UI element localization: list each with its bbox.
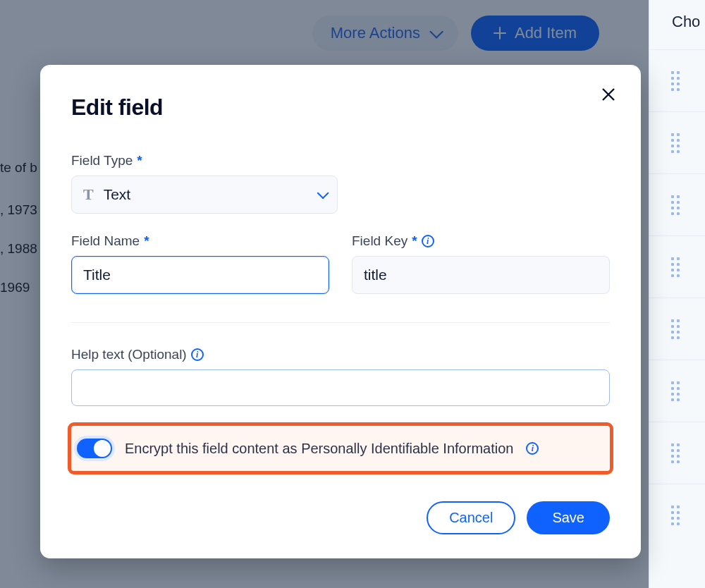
field-type-label-row: Field Type * — [71, 153, 610, 169]
help-text-input[interactable] — [71, 369, 610, 406]
field-name-input[interactable] — [71, 256, 329, 294]
field-key-label-row: Field Key * i — [352, 233, 610, 249]
text-type-icon: T — [83, 185, 94, 204]
drag-handle-icon[interactable] — [671, 443, 684, 463]
save-button[interactable]: Save — [527, 501, 610, 534]
required-asterisk: * — [137, 153, 142, 169]
field-name-label-row: Field Name * — [71, 233, 329, 249]
field-type-group: Field Type * T Text — [71, 153, 610, 214]
field-type-value: Text — [104, 186, 131, 203]
field-name-label: Field Name — [71, 233, 140, 249]
toggle-knob — [94, 440, 111, 457]
modal-title: Edit field — [71, 94, 610, 121]
edit-field-modal: Edit field Field Type * T Text Field Nam… — [40, 65, 641, 558]
field-key-input[interactable] — [352, 256, 610, 294]
side-row — [649, 173, 705, 235]
side-row — [649, 111, 705, 173]
divider — [71, 322, 610, 323]
field-key-group: Field Key * i — [352, 233, 610, 294]
drag-handle-icon[interactable] — [671, 133, 684, 153]
side-row — [649, 49, 705, 111]
cancel-button[interactable]: Cancel — [427, 501, 515, 534]
help-text-label: Help text (Optional) — [71, 347, 187, 362]
encrypt-label: Encrypt this field content as Personally… — [125, 441, 513, 457]
required-asterisk: * — [144, 233, 149, 249]
close-icon — [600, 86, 617, 103]
field-key-label: Field Key — [352, 233, 407, 249]
close-button[interactable] — [600, 86, 617, 103]
info-icon[interactable]: i — [422, 235, 434, 247]
drag-handle-icon[interactable] — [671, 257, 684, 277]
side-column: Cho — [649, 0, 705, 588]
info-icon[interactable]: i — [526, 442, 539, 455]
field-name-group: Field Name * — [71, 233, 329, 294]
modal-footer: Cancel Save — [427, 501, 610, 534]
side-column-header: Cho — [649, 0, 705, 49]
field-type-label: Field Type — [71, 153, 133, 169]
chevron-down-icon — [317, 187, 329, 199]
drag-handle-icon[interactable] — [671, 506, 684, 525]
side-row — [649, 235, 705, 298]
drag-handle-icon[interactable] — [671, 71, 684, 91]
drag-handle-icon[interactable] — [671, 319, 684, 339]
drag-handle-icon[interactable] — [671, 381, 684, 401]
encrypt-toggle[interactable] — [77, 439, 112, 458]
info-icon[interactable]: i — [191, 348, 204, 361]
help-text-label-row: Help text (Optional) i — [71, 347, 610, 362]
side-row — [649, 360, 705, 422]
required-asterisk: * — [412, 233, 417, 249]
side-row — [649, 422, 705, 484]
drag-handle-icon[interactable] — [671, 195, 684, 215]
encrypt-pii-row: Encrypt this field content as Personally… — [71, 426, 610, 471]
field-type-select[interactable]: T Text — [71, 176, 338, 214]
side-rows — [649, 49, 705, 588]
side-row — [649, 484, 705, 546]
help-text-group: Help text (Optional) i — [71, 347, 610, 406]
side-row — [649, 298, 705, 360]
